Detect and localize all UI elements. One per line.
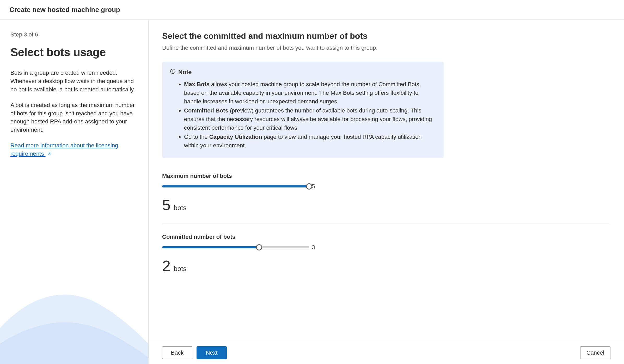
max-bots-label: Maximum number of bots xyxy=(162,173,610,179)
committed-bots-section: Committed number of bots 3 2 bots xyxy=(162,234,610,285)
note-box: Note Max Bots allows your hosted machine… xyxy=(162,62,444,158)
cancel-button[interactable]: Cancel xyxy=(580,346,610,359)
sidebar-description-2: A bot is created as long as the maximum … xyxy=(10,101,138,134)
licensing-link-text: Read more information about the licensin… xyxy=(10,142,118,157)
back-button[interactable]: Back xyxy=(162,346,192,359)
committed-bots-slider-thumb[interactable] xyxy=(256,244,262,250)
max-bots-value: 5 xyxy=(162,196,170,214)
main-panel: Select the committed and maximum number … xyxy=(149,20,624,364)
max-bots-unit: bots xyxy=(174,204,186,212)
note-item-committed-bots: Committed Bots (preview) guarantees the … xyxy=(184,106,436,132)
committed-bots-slider[interactable] xyxy=(162,246,309,248)
main-subtitle: Define the committed and maximum number … xyxy=(162,45,610,51)
svg-point-1 xyxy=(173,70,173,71)
step-indicator: Step 3 of 6 xyxy=(10,31,138,38)
sidebar: Step 3 of 6 Select bots usage Bots in a … xyxy=(0,20,149,364)
footer: Back Next Cancel xyxy=(149,341,624,364)
note-list: Max Bots allows your hosted machine grou… xyxy=(170,80,436,150)
page-title: Create new hosted machine group xyxy=(9,6,120,14)
decorative-wave xyxy=(0,255,149,364)
note-label: Note xyxy=(178,69,192,76)
main-title: Select the committed and maximum number … xyxy=(162,31,610,41)
max-bots-slider[interactable] xyxy=(162,185,309,187)
note-item-capacity: Go to the Capacity Utilization page to v… xyxy=(184,133,436,150)
info-icon xyxy=(170,68,176,76)
max-bots-slider-thumb[interactable] xyxy=(306,183,312,190)
sidebar-description-1: Bots in a group are created when needed.… xyxy=(10,69,138,94)
committed-bots-unit: bots xyxy=(174,265,186,273)
committed-bots-max-value: 3 xyxy=(312,244,315,251)
committed-bots-label: Committed number of bots xyxy=(162,234,610,240)
svg-rect-2 xyxy=(173,71,173,73)
next-button[interactable]: Next xyxy=(197,346,227,359)
external-link-icon xyxy=(47,150,52,158)
page-header: Create new hosted machine group xyxy=(0,0,624,20)
sidebar-title: Select bots usage xyxy=(10,46,138,59)
committed-bots-value: 2 xyxy=(162,257,170,274)
max-bots-section: Maximum number of bots 5 5 bots xyxy=(162,173,610,224)
note-item-max-bots: Max Bots allows your hosted machine grou… xyxy=(184,80,436,106)
licensing-link[interactable]: Read more information about the licensin… xyxy=(10,142,118,157)
